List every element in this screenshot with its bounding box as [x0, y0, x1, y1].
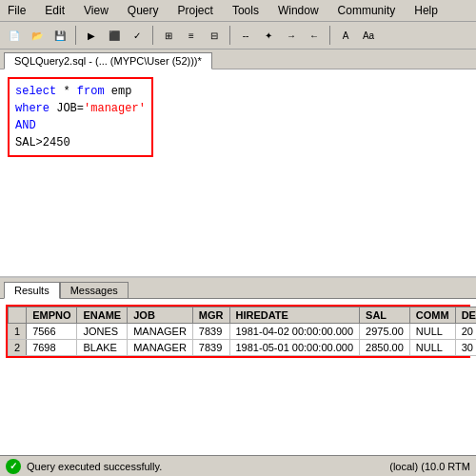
menu-view[interactable]: View: [80, 2, 112, 19]
font-btn[interactable]: A: [335, 25, 356, 46]
menu-edit[interactable]: Edit: [41, 2, 69, 19]
col-rownum: [9, 307, 27, 324]
status-left: ✓ Query executed successfully.: [6, 459, 162, 474]
separator-1: [75, 26, 76, 45]
row-2-hiredate: 1981-05-01 00:00:00.000: [229, 340, 360, 356]
save-btn[interactable]: 💾: [50, 25, 70, 46]
toolbar: 📄 📂 💾 ▶ ⬛ ✓ ⊞ ≡ ⊟ -- ✦ → ← A Aa: [0, 22, 476, 50]
table-row[interactable]: 1 7566 JONES MANAGER 7839 1981-04-02 00:…: [9, 324, 477, 340]
results-tabs: Results Messages: [0, 278, 476, 299]
tab-label: SQLQuery2.sql - (... (MYPC\User (52)))*: [14, 55, 202, 67]
data-table-wrapper: EMPNO ENAME JOB MGR HIREDATE SAL COMM DE…: [6, 305, 470, 358]
row-2-mgr: 7839: [192, 340, 229, 356]
row-1-hiredate: 1981-04-02 00:00:00.000: [229, 324, 360, 340]
col-hiredate: HIREDATE: [229, 307, 360, 324]
results-to-grid[interactable]: ⊞: [158, 25, 179, 46]
table-row[interactable]: 2 7698 BLAKE MANAGER 7839 1981-05-01 00:…: [9, 340, 477, 356]
comment-btn[interactable]: --: [235, 25, 256, 46]
status-bar: ✓ Query executed successfully. (local) (…: [0, 455, 476, 476]
menu-help[interactable]: Help: [410, 2, 442, 19]
row-2-ename: BLAKE: [77, 340, 128, 356]
col-job: JOB: [128, 307, 193, 324]
row-2-sal: 2850.00: [360, 340, 410, 356]
col-sal: SAL: [360, 307, 410, 324]
separator-3: [229, 26, 230, 45]
col-comm: COMM: [409, 307, 455, 324]
row-1-deptno: 20: [455, 324, 476, 340]
row-2-deptno: 30: [455, 340, 476, 356]
tab-bar: SQLQuery2.sql - (... (MYPC\User (52)))*: [0, 50, 476, 69]
col-empno: EMPNO: [27, 307, 77, 324]
menu-window[interactable]: Window: [274, 2, 323, 19]
results-to-file[interactable]: ⊟: [204, 25, 225, 46]
execute-btn[interactable]: ▶: [81, 25, 102, 46]
tab-messages-label: Messages: [70, 285, 118, 296]
menu-community[interactable]: Community: [334, 2, 400, 19]
parse-btn[interactable]: ✓: [127, 25, 148, 46]
outdent-btn[interactable]: ←: [304, 25, 325, 46]
separator-2: [152, 26, 153, 45]
row-1-empno: 7566: [27, 324, 77, 340]
uncomment-btn[interactable]: ✦: [258, 25, 279, 46]
row-1-sal: 2975.00: [360, 324, 410, 340]
row-2-comm: NULL: [409, 340, 455, 356]
tab-results-label: Results: [14, 285, 50, 296]
sql-editor[interactable]: select * from emp where JOB='manager' AN…: [0, 69, 476, 278]
results-to-text[interactable]: ≡: [181, 25, 202, 46]
row-1-comm: NULL: [409, 324, 455, 340]
main-area: select * from emp where JOB='manager' AN…: [0, 69, 476, 469]
indent-btn[interactable]: →: [281, 25, 302, 46]
results-content[interactable]: EMPNO ENAME JOB MGR HIREDATE SAL COMM DE…: [0, 299, 476, 469]
row-2-job: MANAGER: [128, 340, 193, 356]
row-2-num: 2: [9, 340, 27, 356]
query-tab[interactable]: SQLQuery2.sql - (... (MYPC\User (52)))*: [4, 52, 212, 69]
menu-file[interactable]: File: [4, 2, 30, 19]
menu-project[interactable]: Project: [174, 2, 217, 19]
row-2-empno: 7698: [27, 340, 77, 356]
debug-btn[interactable]: ⬛: [104, 25, 125, 46]
separator-4: [329, 26, 330, 45]
row-1-ename: JONES: [77, 324, 128, 340]
menu-tools[interactable]: Tools: [228, 2, 263, 19]
status-icon: ✓: [6, 459, 21, 474]
results-area: Results Messages EMPNO ENAME JOB MGR: [0, 278, 476, 469]
tab-messages[interactable]: Messages: [60, 282, 129, 298]
menu-query[interactable]: Query: [124, 2, 163, 19]
status-message: Query executed successfully.: [27, 461, 162, 472]
open-btn[interactable]: 📂: [27, 25, 48, 46]
table-header-row: EMPNO ENAME JOB MGR HIREDATE SAL COMM DE…: [9, 307, 477, 324]
row-1-mgr: 7839: [192, 324, 229, 340]
row-1-job: MANAGER: [128, 324, 193, 340]
font2-btn[interactable]: Aa: [358, 25, 379, 46]
results-table: EMPNO ENAME JOB MGR HIREDATE SAL COMM DE…: [8, 307, 476, 356]
col-mgr: MGR: [192, 307, 229, 324]
sql-code-block: select * from emp where JOB='manager' AN…: [8, 77, 153, 157]
row-1-num: 1: [9, 324, 27, 340]
col-ename: ENAME: [77, 307, 128, 324]
col-deptno: DEPTNO: [455, 307, 476, 324]
tab-results[interactable]: Results: [4, 282, 60, 299]
menu-bar: File Edit View Query Project Tools Windo…: [0, 0, 476, 22]
new-query-btn[interactable]: 📄: [4, 25, 25, 46]
status-server: (local) (10.0 RTM: [389, 461, 470, 472]
